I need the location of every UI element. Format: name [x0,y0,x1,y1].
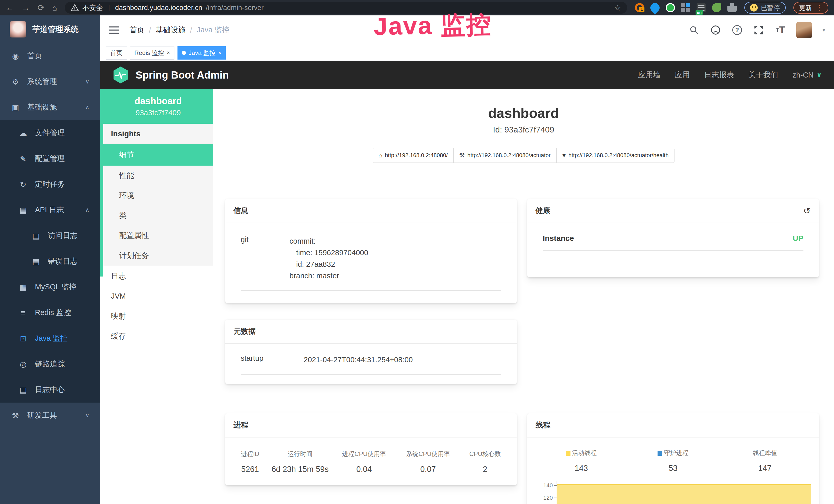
browser-back-button[interactable]: ← [6,4,14,12]
app-sidebar: 芋道管理系统 ◉ 首页 ⚙ 系统管理 ∨ ▣ 基础设施 ∧ ☁ 文件管理 ✎ 配… [0,16,100,504]
status-badge: UP [793,234,804,243]
process-col-label: 进程ID [232,450,268,458]
close-icon[interactable]: × [218,49,221,56]
sba-menu-config-props[interactable]: 配置属性 [103,226,213,246]
breadcrumb-current: Java 监控 [197,25,229,35]
service-url-button[interactable]: ⌂ http://192.168.0.2:48080/ [373,148,454,163]
user-avatar[interactable] [796,22,812,38]
sba-nav-journal[interactable]: 日志报表 [704,70,734,80]
layers-icon: ≡ [19,308,28,317]
sba-menu-metrics[interactable]: 性能 [103,166,213,186]
sba-menu-logs[interactable]: 日志 [103,266,213,286]
avatar-caret-icon[interactable]: ▾ [822,27,825,33]
github-icon[interactable] [710,24,721,36]
history-icon[interactable]: ↺ [804,206,811,216]
address-bar[interactable]: 不安全 | dashboard.yudao.iocoder.cn /infra/… [65,2,627,14]
sba-instance-sidebar: dashboard 93a3fc7f7409 Insights 细节 性能 环境… [103,89,213,504]
legend-peak-threads: 线程峰值 [718,449,812,457]
app-logo-row[interactable]: 芋道管理系统 [0,16,100,43]
sidebar-item-tracing[interactable]: ◎ 链路追踪 [0,351,100,377]
log-icon: ▤ [19,385,28,394]
browser-reload-button[interactable]: ⟳ [38,4,44,12]
sba-navbar: Spring Boot Admin 应用墙 应用 日志报表 关于我们 zh-CN… [100,61,834,89]
extension-leaf-icon[interactable] [712,3,721,12]
legend-live-threads: 活动线程 [534,449,629,457]
browser-menu-kebab-icon[interactable]: ⋮ [816,6,823,9]
legend-yellow-swatch [566,451,570,456]
wrench-icon: ⚒ [459,152,465,159]
extensions-puzzle-icon[interactable] [727,3,737,12]
process-col-value: 5261 [232,465,268,474]
font-size-icon[interactable]: TT [775,24,786,36]
fullscreen-icon[interactable] [753,24,764,36]
health-card-title: 健康 [535,206,550,216]
paused-label: 已暂停 [761,4,780,12]
info-key: git [241,235,289,282]
tags-view-bar: 首页 Redis 监控 × Java 监控 × [100,45,834,61]
tab-redis-monitor[interactable]: Redis 监控 × [130,46,174,60]
sidebar-item-dev-tools[interactable]: ⚒ 研发工具 ∨ [0,403,100,428]
chrome-update-button[interactable]: 更新 ⋮ [793,2,828,14]
sba-nav-about[interactable]: 关于我们 [748,70,778,80]
sidebar-item-access-log[interactable]: ▤ 访问日志 [0,223,100,249]
sba-brand[interactable]: Spring Boot Admin [112,66,229,84]
extension-pin-icon[interactable] [649,1,662,15]
sidebar-item-scheduled-jobs[interactable]: ↻ 定时任务 [0,171,100,197]
sidebar-item-config-manage[interactable]: ✎ 配置管理 [0,146,100,171]
sidebar-item-log-center[interactable]: ▤ 日志中心 [0,377,100,403]
actuator-url-button[interactable]: ⚒ http://192.168.0.2:48080/actuator [453,148,556,163]
sba-menu-details[interactable]: 细节 [103,144,213,166]
heartbeat-icon: ♥ [562,152,566,159]
chevron-up-icon: ∧ [85,104,89,111]
main-content: dashboard Id: 93a3fc7f7409 ⌂ http://192.… [213,89,834,504]
sba-language-select[interactable]: zh-CN ∨ [792,71,822,79]
breadcrumb-infra[interactable]: 基础设施 [156,25,185,35]
tab-home[interactable]: 首页 [106,46,127,60]
url-path: /infra/admin-server [206,4,264,12]
header-actions: ? TT ▾ [688,22,825,38]
threads-area-chart: 140 120 100 [535,482,811,504]
sba-nav-wallboard[interactable]: 应用墙 [638,70,660,80]
info-card: 信息 git commit: time: 1596289704000 id: 2… [225,199,517,303]
extension-green-icon[interactable] [666,3,675,12]
bookmark-star-icon[interactable]: ☆ [614,3,621,12]
sidebar-item-home[interactable]: ◉ 首页 [0,43,100,69]
sidebar-item-api-log[interactable]: ▤ API 日志 ∧ [0,197,100,223]
sidebar-item-system[interactable]: ⚙ 系统管理 ∨ [0,69,100,94]
sidebar-item-mysql-monitor[interactable]: ▦ MySQL 监控 [0,274,100,300]
sba-menu-caches[interactable]: 缓存 [103,326,213,346]
chart-y-axis: 140 120 100 [535,482,556,504]
sba-menu-environment[interactable]: 环境 [103,186,213,206]
browser-home-button[interactable]: ⌂ [52,4,57,12]
process-col-value: 6d 23h 15m 59s [268,465,332,474]
tab-java-monitor[interactable]: Java 监控 × [177,46,226,60]
sidebar-scrollbar-thumb[interactable] [100,89,103,276]
browser-forward-button[interactable]: → [22,4,30,12]
extension-icon-1[interactable]: 1 [635,3,644,12]
profile-paused-chip[interactable]: 已暂停 [744,2,786,14]
extension-grid-icon[interactable] [681,3,690,12]
sba-menu-classes[interactable]: 类 [103,206,213,226]
sba-menu-mappings[interactable]: 映射 [103,306,213,326]
sidebar-item-java-monitor[interactable]: ⊡ Java 监控 [0,325,100,351]
insights-section-label: Insights [103,124,213,144]
health-instance-row: Instance UP [543,234,804,251]
search-icon[interactable] [688,24,700,36]
sba-menu-scheduled-tasks[interactable]: 计划任务 [103,246,213,266]
sidebar-item-error-log[interactable]: ▤ 错误日志 [0,249,100,274]
sidebar-item-file-manage[interactable]: ☁ 文件管理 [0,120,100,146]
close-icon[interactable]: × [167,49,170,56]
breadcrumb-home[interactable]: 首页 [129,25,144,35]
help-icon[interactable]: ? [731,24,743,36]
chevron-down-icon: ∨ [85,412,89,419]
sba-menu-jvm[interactable]: JVM [103,286,213,306]
chart-axis-line [556,481,557,485]
extension-list-icon[interactable]: on [697,3,706,12]
sidebar-collapse-icon[interactable] [109,26,119,33]
sba-nav-applications[interactable]: 应用 [675,70,690,80]
sidebar-item-infra[interactable]: ▣ 基础设施 ∧ [0,94,100,120]
log-icon: ▤ [19,206,28,215]
sidebar-item-redis-monitor[interactable]: ≡ Redis 监控 [0,300,100,325]
log-icon: ▤ [31,231,41,240]
health-url-button[interactable]: ♥ http://192.168.0.2:48080/actuator/heal… [556,148,675,163]
